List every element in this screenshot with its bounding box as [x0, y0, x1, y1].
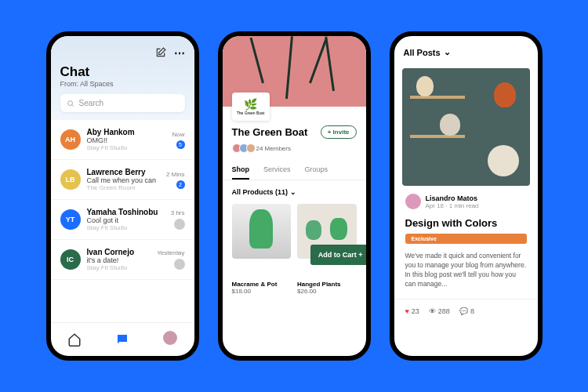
compose-icon[interactable]	[155, 47, 166, 60]
chat-msg: Call me when you can	[87, 176, 160, 184]
chat-icon[interactable]	[115, 332, 129, 347]
chat-subtitle: From: All Spaces	[60, 80, 185, 88]
phone-shop: 🌿 The Green Boat The Green Boat + Invite…	[218, 31, 371, 361]
product-filter[interactable]: All Products (11) ⌄	[223, 180, 366, 204]
like-button[interactable]: ♥23	[405, 307, 419, 315]
chat-studio: Stay Fit Studio	[87, 264, 151, 271]
tab-groups[interactable]: Groups	[305, 165, 328, 180]
chevron-down-icon: ⌄	[444, 47, 451, 57]
search-placeholder: Search	[79, 99, 104, 107]
chat-studio: Stay Fit Studio	[87, 144, 166, 151]
search-icon	[67, 100, 74, 107]
like-count: 23	[412, 307, 419, 315]
product-card[interactable]: Macrame & Pot $18.00	[232, 204, 292, 295]
product-name: Macrame & Pot	[232, 281, 292, 288]
view-count: 288	[438, 307, 450, 315]
comment-count: 8	[470, 307, 474, 315]
bottom-nav	[51, 322, 194, 356]
product-price: $26.00	[297, 288, 357, 295]
tab-services[interactable]: Services	[263, 165, 291, 180]
chat-row[interactable]: IC Ivan Cornejo it's a date! Stay Fit St…	[51, 240, 194, 280]
chat-time: Now	[172, 131, 184, 138]
chat-row[interactable]: AH Aby Hankom OMG!! Stay Fit Studio Now …	[51, 120, 194, 160]
product-image	[232, 204, 292, 259]
chat-header: ⋯ Chat From: All Spaces Search	[51, 36, 194, 120]
author-name: Lisandro Matos	[426, 194, 479, 202]
mini-avatar	[174, 259, 185, 270]
chat-name: Yamaha Toshinobu	[87, 208, 165, 216]
blog-filter[interactable]: All Posts ⌄	[394, 36, 538, 68]
avatar: IC	[60, 249, 81, 270]
chat-title: Chat	[60, 64, 185, 80]
avatar: AH	[60, 129, 81, 150]
shop-tabs: Shop Services Groups	[223, 165, 366, 180]
search-input[interactable]: Search	[60, 94, 185, 112]
comment-icon: 💬	[459, 307, 468, 315]
svg-point-0	[67, 100, 72, 105]
logo-text: The Green Boat	[237, 111, 265, 115]
author-avatar	[405, 194, 421, 209]
phone-chat: ⋯ Chat From: All Spaces Search AH Aby Ha…	[46, 31, 199, 361]
filter-label: All Posts	[404, 48, 441, 57]
chat-name: Aby Hankom	[87, 128, 166, 136]
post-image	[402, 68, 530, 186]
heart-icon: ♥	[405, 307, 409, 315]
mini-avatar	[174, 219, 185, 230]
avatar: YT	[60, 209, 81, 230]
post-date: Apr 18 · 1 min read	[426, 202, 479, 209]
product-name: Hanged Plants	[297, 281, 357, 288]
members-row[interactable]: 24 Members	[232, 143, 357, 153]
post-body: We've made it quick and convenient for y…	[394, 249, 538, 292]
avatar: LB	[60, 169, 81, 190]
chat-row[interactable]: YT Yamaha Toshinobu Cool got it Stay Fit…	[51, 200, 194, 240]
chat-list: AH Aby Hankom OMG!! Stay Fit Studio Now …	[51, 120, 194, 322]
comment-button[interactable]: 💬8	[459, 307, 474, 315]
home-icon[interactable]	[67, 332, 82, 347]
tab-shop[interactable]: Shop	[232, 165, 250, 180]
eye-icon: 👁	[429, 307, 436, 315]
author-row[interactable]: Lisandro Matos Apr 18 · 1 min read	[394, 186, 538, 217]
chat-time: Yesterday	[157, 249, 184, 256]
chat-studio: Stay Fit Studio	[87, 224, 165, 231]
add-to-cart-button[interactable]: Add to Cart +	[310, 245, 371, 265]
post-footer: ♥23 👁288 💬8	[394, 299, 538, 323]
shop-title: The Green Boat	[232, 126, 308, 138]
product-price: $18.00	[232, 288, 292, 295]
filter-label: All Products (11)	[232, 188, 289, 196]
chat-studio: The Green Room	[87, 184, 160, 191]
chat-name: Lawrence Berry	[87, 168, 160, 176]
chat-msg: it's a date!	[87, 256, 151, 264]
chat-msg: OMG!!	[87, 136, 166, 144]
chat-row[interactable]: LB Lawrence Berry Call me when you can T…	[51, 160, 194, 200]
chat-time: 3 hrs	[171, 209, 185, 216]
chat-time: 2 Mins	[166, 171, 185, 178]
exclusive-badge: Exclusive	[405, 234, 527, 244]
phone-blog: All Posts ⌄ Lisandro Matos Apr 18 · 1 mi…	[390, 31, 543, 361]
shop-hero: 🌿 The Green Boat	[223, 36, 366, 107]
unread-badge: 5	[176, 140, 185, 149]
profile-avatar[interactable]	[163, 331, 177, 348]
chat-name: Ivan Cornejo	[87, 248, 151, 256]
shop-logo: 🌿 The Green Boat	[232, 93, 270, 121]
chat-msg: Cool got it	[87, 216, 165, 224]
unread-badge: 2	[176, 180, 185, 189]
product-grid: Macrame & Pot $18.00 Hanged Plants $26.0…	[223, 204, 366, 295]
members-count: 24 Members	[256, 145, 291, 152]
more-icon[interactable]: ⋯	[174, 47, 185, 60]
invite-button[interactable]: + Invite	[321, 125, 357, 139]
views-stat: 👁288	[429, 307, 450, 315]
chevron-down-icon: ⌄	[290, 188, 296, 196]
post-title: Design with Colors	[394, 217, 538, 229]
